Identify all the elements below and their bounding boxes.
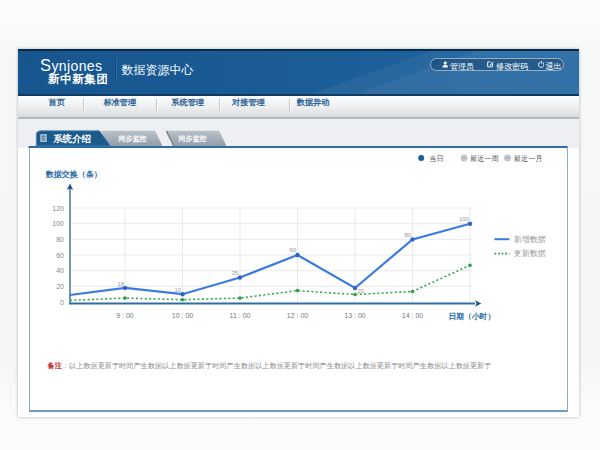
svg-text:日期（小时）: 日期（小时） — [448, 312, 495, 321]
svg-text:35: 35 — [232, 270, 239, 276]
svg-text:新增数据: 新增数据 — [514, 235, 546, 244]
svg-text:同步监控: 同步监控 — [119, 135, 147, 143]
svg-text:12 : 00: 12 : 00 — [287, 312, 309, 319]
svg-text:14 : 00: 14 : 00 — [402, 312, 424, 319]
svg-text:13 : 00: 13 : 00 — [344, 312, 366, 319]
svg-text:60: 60 — [290, 247, 297, 253]
svg-text:10 : 00: 10 : 00 — [172, 312, 194, 319]
svg-text:80: 80 — [56, 236, 64, 243]
svg-text:0: 0 — [60, 299, 64, 306]
svg-text:更新数据: 更新数据 — [514, 249, 546, 258]
svg-text:当日: 当日 — [429, 154, 443, 163]
svg-text:60: 60 — [56, 252, 64, 259]
svg-text:120: 120 — [52, 205, 64, 212]
svg-text:80: 80 — [405, 232, 412, 238]
svg-text:数据交换（条）: 数据交换（条） — [45, 170, 102, 179]
svg-text:18: 18 — [118, 281, 125, 287]
svg-text:10: 10 — [175, 287, 182, 293]
svg-text:100: 100 — [52, 220, 64, 227]
svg-text:20: 20 — [358, 288, 365, 294]
svg-text:系统介绍: 系统介绍 — [53, 133, 92, 144]
svg-text:20: 20 — [56, 283, 64, 290]
svg-text:100: 100 — [459, 216, 470, 222]
svg-text:11 : 00: 11 : 00 — [230, 312, 251, 319]
svg-text:9 : 00: 9 : 00 — [116, 312, 134, 319]
svg-text:最近一周: 最近一周 — [470, 154, 499, 163]
svg-text:同步监控: 同步监控 — [179, 135, 207, 143]
svg-text:40: 40 — [56, 267, 64, 274]
svg-text:最近一月: 最近一月 — [514, 154, 543, 163]
